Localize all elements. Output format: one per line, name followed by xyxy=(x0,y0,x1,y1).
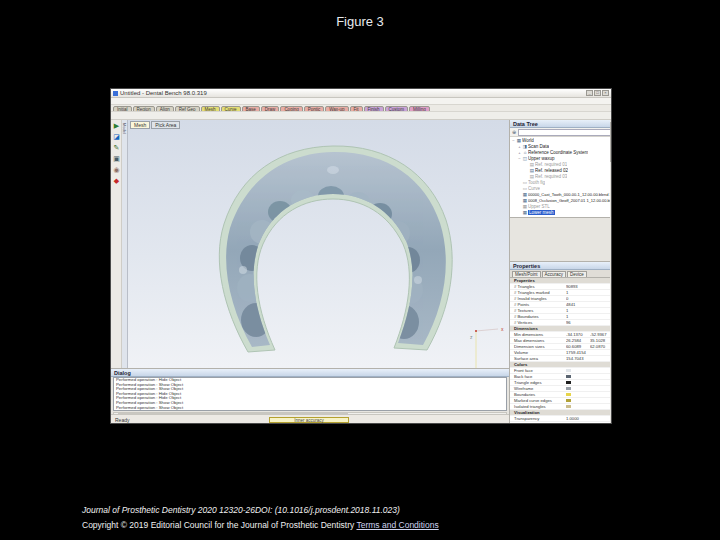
property-label: Surface area xyxy=(510,356,566,361)
main-toolbar: □▤▦≡↶↷◇◎⊕⊖⊞▣ xyxy=(111,112,611,120)
property-label: # Vertices xyxy=(510,320,566,325)
property-label: Boundaries xyxy=(510,392,566,397)
tree-item-label: 0008_Occlusion_Geoff_2007.01 1_12.00.00.… xyxy=(528,198,612,203)
tree-item-label: Upper waxup xyxy=(528,156,555,161)
properties-scrollbar[interactable] xyxy=(610,120,612,424)
property-value2: 35.1028 xyxy=(590,338,610,343)
property-label: Triangle edges xyxy=(510,380,566,385)
property-label: Volume xyxy=(510,350,566,355)
data-tree-header: Data Tree xyxy=(510,120,612,128)
color-swatch xyxy=(566,303,571,306)
pencil-icon[interactable]: ✎ xyxy=(111,142,122,153)
color-swatch xyxy=(566,333,571,336)
properties-header: Properties xyxy=(510,262,612,270)
plane-icon[interactable]: ◪ xyxy=(111,131,122,142)
cube-icon[interactable]: ▣ xyxy=(111,153,122,164)
terms-link[interactable]: Terms and Conditions xyxy=(356,520,438,530)
tree-item-label: Tooth fig xyxy=(528,180,545,185)
log-panel: Dialog Performed operation : Hide Object… xyxy=(111,368,509,414)
viewport-tabs: Mesh Pick Area xyxy=(130,121,180,129)
color-swatch xyxy=(566,351,571,354)
status-ready-text: Ready xyxy=(115,417,129,423)
property-label: Colors xyxy=(510,362,566,367)
axis-x-label: x xyxy=(501,326,504,332)
collapsed-panel-label: Model xyxy=(122,123,127,134)
color-swatch xyxy=(566,327,571,330)
status-bar: Ready Inner accuracy xyxy=(111,414,509,424)
property-label: # Textures xyxy=(510,308,566,313)
property-label: Properties xyxy=(510,278,566,283)
tree-item-label: 00000_Cast_Tooth_000-00-1_12.00.00.blend… xyxy=(528,192,612,197)
property-label: # Points xyxy=(510,302,566,307)
axis-indicator: x z xyxy=(470,326,504,368)
window-titlebar[interactable]: Untitled - Dental Bench 98.0.319 _ □ × xyxy=(111,89,611,98)
hand-icon[interactable]: ◉ xyxy=(111,164,122,175)
minimize-icon[interactable]: _ xyxy=(586,90,593,96)
color-swatch xyxy=(566,381,571,384)
color-swatch xyxy=(566,309,571,312)
magnet-icon[interactable]: ◆ xyxy=(111,175,122,186)
tree-item-label: Ref. required 03 xyxy=(535,174,567,179)
window-title: Untitled - Dental Bench 98.0.319 xyxy=(120,90,207,96)
property-label: # Invalid triangles xyxy=(510,296,566,301)
color-swatch xyxy=(566,363,571,366)
status-badge: Inner accuracy xyxy=(269,417,349,423)
tab-pick-area[interactable]: Pick Area xyxy=(151,121,180,129)
color-swatch xyxy=(566,417,571,420)
citation-line1: Journal of Prosthetic Dentistry 2020 123… xyxy=(82,503,682,518)
property-label: # Triangles xyxy=(510,284,566,289)
color-swatch xyxy=(566,285,571,288)
dental-arch-model[interactable]: x z xyxy=(128,120,509,368)
property-grid: Properties # Triangles 90893 # Triang xyxy=(510,278,612,423)
citation-block: Journal of Prosthetic Dentistry 2020 123… xyxy=(82,503,682,532)
color-swatch xyxy=(566,357,571,360)
tree-item-label: World xyxy=(522,138,534,143)
app-icon xyxy=(113,91,118,96)
tree-search-input[interactable] xyxy=(518,129,611,136)
maximize-icon[interactable]: □ xyxy=(594,90,601,96)
tab-mesh-point[interactable]: Mesh/Point xyxy=(512,271,541,277)
tab-device[interactable]: Device xyxy=(567,271,587,277)
property-value2: -52.9367 xyxy=(590,332,610,337)
tab-mesh[interactable]: Mesh xyxy=(130,121,150,129)
tree-item[interactable]: ▦ 0008_Occlusion_Geoff_2007.01 1_12.00.0… xyxy=(510,197,612,203)
tree-item-label: Upper STL xyxy=(528,204,550,209)
log-row[interactable]: Performed operation : Show Object xyxy=(114,406,506,411)
axis-z-label: z xyxy=(470,334,473,340)
property-label: Wireframe xyxy=(510,386,566,391)
property-label: Marked curve edges xyxy=(510,398,566,403)
tab-accuracy[interactable]: Accuracy xyxy=(542,271,567,277)
side-toolbar: ▶◪✎▣◉◆ xyxy=(111,120,122,368)
color-swatch xyxy=(566,291,571,294)
property-label: Triangle edges xyxy=(510,422,566,423)
property-label: Isolated triangles xyxy=(510,404,566,409)
tree-item[interactable]: ▦ 00000_Cast_Tooth_000-00-1_12.00.00.ble… xyxy=(510,191,612,197)
tree-item-label: Lower mesh xyxy=(528,210,555,215)
search-icon: ⊕ xyxy=(512,129,516,135)
color-swatch xyxy=(566,405,571,408)
pointer-icon[interactable]: ▶ xyxy=(111,120,122,131)
property-label: Min dimensions xyxy=(510,332,566,337)
panel-splitter[interactable] xyxy=(510,218,612,262)
color-swatch xyxy=(566,345,571,348)
figure-title: Figure 3 xyxy=(0,14,720,29)
color-swatch xyxy=(566,411,571,414)
viewport-3d[interactable]: Mesh Pick Area xyxy=(128,120,509,368)
property-label: # Boundaries xyxy=(510,314,566,319)
property-label: Visualization xyxy=(510,410,566,415)
property-label: Back face xyxy=(510,374,566,379)
color-swatch xyxy=(566,393,571,396)
property-label: Transparency xyxy=(510,416,566,421)
tree-search-row: ⊕ xyxy=(510,128,612,137)
property-label: # Triangles marked xyxy=(510,290,566,295)
color-swatch xyxy=(566,279,571,282)
close-icon[interactable]: × xyxy=(602,90,609,96)
color-swatch xyxy=(566,339,571,342)
menu-bar: FileEditViewPoint CloudClipMeshFixSurfac… xyxy=(111,98,611,105)
properties-tabs: Mesh/Point Accuracy Device xyxy=(510,270,612,278)
color-swatch xyxy=(566,375,571,378)
tree-item-label: Curve xyxy=(528,186,540,191)
tree-item[interactable]: ▦ Lower mesh xyxy=(510,209,612,215)
application-window: Untitled - Dental Bench 98.0.319 _ □ × F… xyxy=(110,88,612,424)
citation-line2: Copyright © 2019 Editorial Council for t… xyxy=(82,518,682,533)
